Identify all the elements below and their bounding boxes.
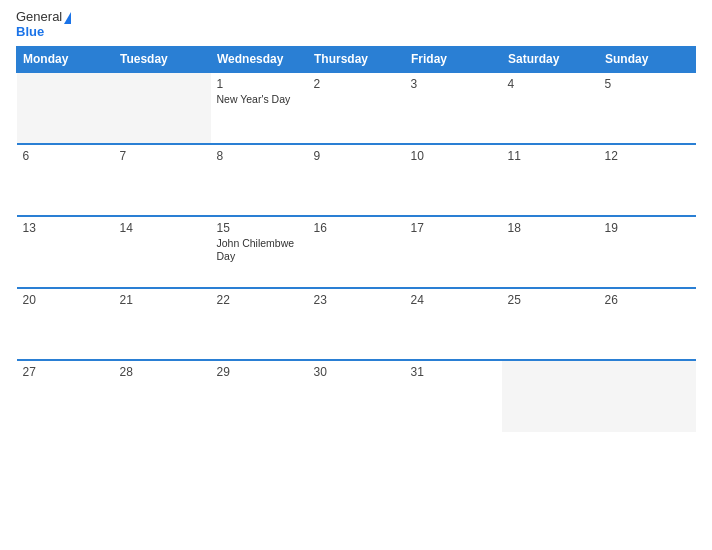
day-cell: 29	[211, 360, 308, 432]
day-number: 7	[120, 149, 205, 163]
weekday-wednesday: Wednesday	[211, 46, 308, 72]
day-cell: 25	[502, 288, 599, 360]
day-cell: 30	[308, 360, 405, 432]
day-number: 17	[411, 221, 496, 235]
weekday-saturday: Saturday	[502, 46, 599, 72]
day-cell: 26	[599, 288, 696, 360]
day-number: 29	[217, 365, 302, 379]
event-label: John Chilembwe Day	[217, 237, 302, 264]
day-number: 1	[217, 77, 302, 91]
day-cell: 21	[114, 288, 211, 360]
header: General Blue	[16, 10, 696, 38]
day-number: 14	[120, 221, 205, 235]
day-number: 5	[605, 77, 690, 91]
week-row-2: 6789101112	[17, 144, 696, 216]
day-cell: 18	[502, 216, 599, 288]
day-number: 11	[508, 149, 593, 163]
day-cell: 12	[599, 144, 696, 216]
weekday-sunday: Sunday	[599, 46, 696, 72]
day-cell: 15John Chilembwe Day	[211, 216, 308, 288]
day-number: 6	[23, 149, 108, 163]
day-number: 10	[411, 149, 496, 163]
day-number: 19	[605, 221, 690, 235]
day-cell: 11	[502, 144, 599, 216]
day-cell: 13	[17, 216, 114, 288]
event-label: New Year's Day	[217, 93, 302, 107]
day-number: 3	[411, 77, 496, 91]
day-cell: 16	[308, 216, 405, 288]
day-number: 21	[120, 293, 205, 307]
day-cell: 1New Year's Day	[211, 72, 308, 144]
day-cell: 9	[308, 144, 405, 216]
day-number: 13	[23, 221, 108, 235]
logo-text: General	[16, 10, 71, 24]
calendar-table: MondayTuesdayWednesdayThursdayFridaySatu…	[16, 46, 696, 432]
day-number: 25	[508, 293, 593, 307]
weekday-thursday: Thursday	[308, 46, 405, 72]
day-number: 2	[314, 77, 399, 91]
day-cell: 19	[599, 216, 696, 288]
day-cell: 2	[308, 72, 405, 144]
day-number: 30	[314, 365, 399, 379]
day-cell: 23	[308, 288, 405, 360]
weekday-tuesday: Tuesday	[114, 46, 211, 72]
week-row-1: 1New Year's Day2345	[17, 72, 696, 144]
day-cell: 3	[405, 72, 502, 144]
logo: General Blue	[16, 10, 71, 38]
day-cell: 4	[502, 72, 599, 144]
day-cell: 8	[211, 144, 308, 216]
day-cell: 27	[17, 360, 114, 432]
day-number: 20	[23, 293, 108, 307]
day-number: 27	[23, 365, 108, 379]
day-cell: 22	[211, 288, 308, 360]
day-number: 4	[508, 77, 593, 91]
day-cell: 17	[405, 216, 502, 288]
day-cell: 7	[114, 144, 211, 216]
day-cell: 28	[114, 360, 211, 432]
day-number: 18	[508, 221, 593, 235]
day-number: 15	[217, 221, 302, 235]
day-cell: 5	[599, 72, 696, 144]
weekday-header-row: MondayTuesdayWednesdayThursdayFridaySatu…	[17, 46, 696, 72]
day-number: 22	[217, 293, 302, 307]
weekday-friday: Friday	[405, 46, 502, 72]
day-cell: 20	[17, 288, 114, 360]
day-number: 26	[605, 293, 690, 307]
day-cell: 14	[114, 216, 211, 288]
week-row-5: 2728293031	[17, 360, 696, 432]
logo-general: General	[16, 9, 62, 24]
day-cell	[502, 360, 599, 432]
weekday-monday: Monday	[17, 46, 114, 72]
week-row-3: 131415John Chilembwe Day16171819	[17, 216, 696, 288]
day-number: 9	[314, 149, 399, 163]
day-number: 16	[314, 221, 399, 235]
day-cell	[114, 72, 211, 144]
day-number: 23	[314, 293, 399, 307]
day-cell: 6	[17, 144, 114, 216]
logo-blue: Blue	[16, 25, 44, 38]
day-cell	[599, 360, 696, 432]
day-number: 12	[605, 149, 690, 163]
day-number: 24	[411, 293, 496, 307]
day-cell	[17, 72, 114, 144]
day-cell: 10	[405, 144, 502, 216]
day-cell: 31	[405, 360, 502, 432]
calendar-container: General Blue MondayTuesdayWednesdayThurs…	[0, 0, 712, 550]
day-number: 31	[411, 365, 496, 379]
day-number: 8	[217, 149, 302, 163]
week-row-4: 20212223242526	[17, 288, 696, 360]
day-number: 28	[120, 365, 205, 379]
day-cell: 24	[405, 288, 502, 360]
logo-triangle-icon	[64, 12, 71, 24]
